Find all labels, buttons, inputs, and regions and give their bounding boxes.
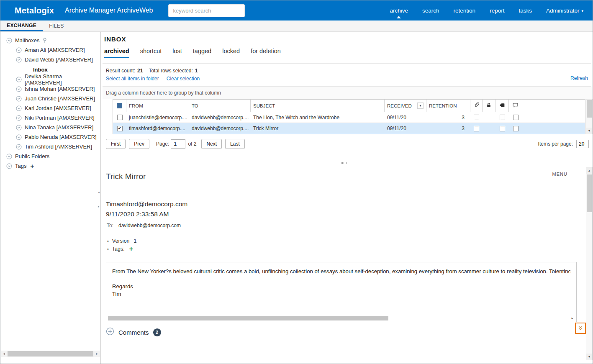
row-select-checkbox[interactable] (117, 115, 123, 120)
tab-exchange[interactable]: EXCHANGE (0, 21, 43, 31)
message-row-selected[interactable]: ✓ timashford@democorp.... davidwebb@demo… (113, 123, 585, 134)
collapse-left-icon[interactable]: ◂ (98, 191, 100, 194)
collapse-preview-button-highlighted[interactable] (575, 323, 586, 334)
add-tag-button[interactable]: + (129, 245, 133, 253)
scrollbar-thumb[interactable] (587, 100, 592, 118)
expand-circle-icon[interactable] (16, 86, 22, 92)
tab-tagged[interactable]: tagged (193, 48, 211, 58)
pin-icon[interactable] (43, 38, 47, 44)
tree-item-mailbox[interactable]: Pablo Neruda [AMXSERVER] (0, 132, 100, 142)
comments-section-header[interactable]: Comments 2 (106, 327, 161, 337)
received-filter-dropdown[interactable]: ▾ (417, 103, 424, 109)
to-column-header[interactable]: TO (189, 100, 251, 112)
tab-archived[interactable]: archived (104, 48, 129, 58)
lock-column-header[interactable] (483, 100, 495, 112)
expand-circle-icon[interactable] (16, 105, 22, 111)
last-page-button[interactable]: Last (225, 139, 245, 149)
tree-item-mailbox[interactable]: Nina Tanaka [AMXSERVER] (0, 123, 100, 132)
scroll-right-icon[interactable]: ▸ (94, 352, 100, 356)
splitter-grip-icon[interactable] (340, 162, 347, 164)
scrollbar-thumb[interactable] (108, 316, 388, 320)
tab-lost[interactable]: lost (172, 48, 182, 58)
subject-column-header[interactable]: SUBJECT (251, 100, 385, 112)
horizontal-pane-splitter[interactable] (101, 161, 585, 165)
scroll-down-icon[interactable]: ▾ (586, 354, 592, 360)
scroll-up-icon[interactable]: ▴ (586, 167, 592, 174)
group-by-bar[interactable]: Drag a column header here to group by th… (103, 87, 592, 99)
nav-administrator-menu[interactable]: Administrator ▾ (546, 8, 583, 14)
tab-for-deletion[interactable]: for deletion (251, 48, 281, 58)
attachment-checkbox[interactable] (474, 126, 479, 131)
expand-circle-icon[interactable] (16, 115, 22, 121)
tree-item-mailbox[interactable]: Juan Christie [AMXSERVER] (0, 94, 100, 103)
expand-circle-icon[interactable] (6, 38, 12, 44)
first-page-button[interactable]: First (106, 139, 126, 149)
expand-circle-icon[interactable] (16, 144, 22, 150)
comment-column-header[interactable] (509, 100, 522, 112)
tree-item-mailbox[interactable]: Karl Jordan [AMXSERVER] (0, 103, 100, 113)
tab-files[interactable]: FILES (43, 21, 70, 31)
tree-item-mailbox[interactable]: Niki Portman [AMXSERVER] (0, 113, 100, 123)
scroll-left-icon[interactable]: ◂ (1, 352, 7, 356)
received-column-header[interactable]: RECEIVED ▾ (385, 100, 426, 112)
nav-archive[interactable]: archive (390, 8, 408, 14)
expand-circle-icon[interactable] (16, 57, 22, 63)
scrollbar-thumb[interactable] (587, 174, 592, 212)
expand-circle-icon[interactable] (16, 134, 22, 140)
grid-vertical-scrollbar[interactable]: ▾ (586, 99, 593, 134)
comment-checkbox[interactable] (513, 126, 519, 131)
expand-circle-icon[interactable] (16, 77, 22, 82)
tag-checkbox[interactable] (500, 126, 505, 131)
tag-checkbox[interactable] (500, 115, 505, 120)
expand-circle-icon[interactable] (16, 125, 22, 131)
scrollbar-thumb[interactable] (8, 351, 93, 356)
comment-checkbox[interactable] (513, 115, 519, 120)
add-tag-button[interactable]: + (30, 162, 34, 169)
nav-tasks[interactable]: tasks (519, 8, 532, 14)
attachment-checkbox[interactable] (474, 115, 479, 120)
message-body-box[interactable]: From The New Yorker?s beloved cultural c… (106, 262, 577, 322)
tab-shortcut[interactable]: shortcut (140, 48, 162, 58)
clear-selection-link[interactable]: Clear selection (167, 76, 200, 82)
scroll-right-icon[interactable]: ▸ (570, 316, 575, 320)
keyword-search-input[interactable] (168, 4, 245, 17)
tree-item-mailbox[interactable]: Tim Ashford [AMXSERVER] (0, 142, 100, 151)
select-all-link[interactable]: Select all items in folder (106, 76, 159, 82)
expand-circle-icon[interactable] (6, 163, 12, 169)
sidebar-horizontal-scrollbar[interactable]: ◂ ▸ (1, 351, 100, 357)
preview-menu-button[interactable]: MENU (552, 172, 567, 177)
expand-right-icon[interactable]: ▸ (98, 205, 100, 208)
from-column-header[interactable]: FROM (126, 100, 189, 112)
nav-retention[interactable]: retention (454, 8, 476, 14)
select-all-header-cell[interactable] (113, 100, 126, 112)
tree-item-mailbox[interactable]: David Webb [AMXSERVER] (0, 55, 100, 64)
nav-report[interactable]: report (490, 8, 504, 14)
scroll-down-icon[interactable]: ▾ (586, 128, 592, 134)
page-number-input[interactable] (171, 139, 185, 149)
tree-root-public-folders[interactable]: Public Folders (0, 151, 100, 161)
row-select-checkbox-checked[interactable]: ✓ (117, 126, 123, 131)
message-row[interactable]: juanchristie@democorp.... davidwebb@demo… (113, 112, 585, 123)
body-horizontal-scrollbar[interactable]: ▸ (108, 316, 575, 320)
sidebar-splitter-handle[interactable]: ◂ ▸ (97, 191, 101, 208)
nav-search[interactable]: search (422, 8, 439, 14)
tree-root-mailboxes[interactable]: Mailboxes (0, 36, 100, 45)
tree-root-tags[interactable]: Tags + (0, 161, 100, 171)
tree-item-mailbox[interactable]: Ishna Mohan [AMXSERVER] (0, 84, 100, 94)
tree-item-mailbox[interactable]: Devika Sharma [AMXSERVER] (0, 74, 100, 84)
tag-column-header[interactable] (495, 100, 509, 112)
tab-locked[interactable]: locked (222, 48, 240, 58)
prev-page-button[interactable]: Prev (129, 139, 149, 149)
attachment-column-header[interactable] (470, 100, 483, 112)
expand-circle-icon[interactable] (16, 96, 22, 102)
preview-vertical-scrollbar[interactable]: ▴ ▾ (586, 167, 593, 360)
tree-item-mailbox[interactable]: Aman Ali [AMXSERVER] (0, 45, 100, 55)
add-comment-icon[interactable] (106, 327, 114, 337)
items-per-page-input[interactable] (576, 140, 589, 148)
expand-circle-icon[interactable] (16, 47, 22, 53)
refresh-link[interactable]: Refresh (570, 75, 588, 81)
expand-circle-icon[interactable] (6, 154, 12, 159)
next-page-button[interactable]: Next (201, 139, 222, 149)
retention-column-header[interactable]: RETENTION (426, 100, 470, 112)
select-all-checkbox[interactable] (117, 103, 122, 108)
